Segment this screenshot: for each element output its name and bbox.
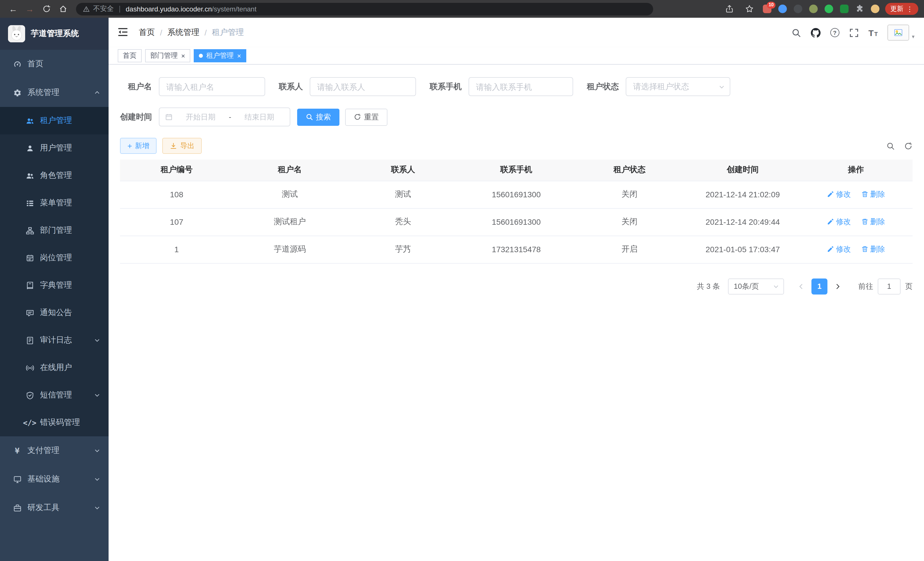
sidebar-item-menu[interactable]: 菜单管理 — [0, 189, 109, 217]
font-size-icon[interactable]: TT — [868, 28, 878, 38]
chevron-down-icon — [94, 337, 100, 344]
sidebar-item-user[interactable]: 用户管理 — [0, 134, 109, 162]
sidebar-item-infrastructure[interactable]: 基础设施 — [0, 465, 109, 493]
delete-link[interactable]: 删除 — [861, 244, 885, 254]
extension-badge: 10 — [767, 2, 776, 8]
question-mark: ? — [830, 28, 839, 37]
cell-status: 开启 — [573, 236, 686, 263]
app-logo[interactable]: 芋道管理系统 — [0, 18, 109, 50]
user-avatar-menu[interactable]: ▼ — [887, 25, 915, 41]
chevron-down-icon — [94, 504, 100, 511]
cell-created: 2021-12-14 20:49:44 — [686, 208, 799, 236]
col-status: 租户状态 — [573, 159, 686, 181]
sidebar-item-role[interactable]: 角色管理 — [0, 162, 109, 189]
sidebar-item-label: 字典管理 — [40, 280, 100, 290]
breadcrumb-home[interactable]: 首页 — [139, 27, 155, 38]
extension-icon-1[interactable]: 10 — [762, 4, 772, 14]
page-unit-label: 页 — [905, 281, 913, 291]
breadcrumb: 首页 / 系统管理 / 租户管理 — [139, 27, 244, 38]
page-size-select[interactable]: 10条/页 — [728, 278, 784, 294]
filter-phone: 联系手机 — [430, 77, 573, 96]
close-icon[interactable]: × — [181, 52, 185, 59]
browser-profile-avatar[interactable] — [870, 4, 880, 14]
date-start-placeholder[interactable]: 开始日期 — [176, 112, 225, 122]
back-icon[interactable]: ← — [6, 2, 21, 16]
cell-actions: 修改 删除 — [800, 208, 913, 236]
search-icon[interactable] — [791, 28, 801, 38]
sidebar-item-dict[interactable]: 字典管理 — [0, 272, 109, 299]
reset-button[interactable]: 重置 — [345, 108, 387, 126]
filter-create-time: 创建时间 开始日期 - 结束日期 — [120, 108, 290, 126]
extension-icon-3[interactable] — [793, 4, 803, 14]
edit-link[interactable]: 修改 — [827, 189, 851, 200]
export-button[interactable]: 导出 — [162, 138, 202, 154]
refresh-table-icon[interactable] — [904, 141, 913, 150]
delete-link[interactable]: 删除 — [861, 217, 885, 227]
contact-input[interactable] — [310, 77, 416, 96]
sidebar-item-label: 菜单管理 — [40, 198, 100, 208]
edit-link[interactable]: 修改 — [827, 244, 851, 254]
page-size-value: 10条/页 — [734, 281, 759, 291]
sidebar-item-notice[interactable]: 通知公告 — [0, 299, 109, 326]
add-button[interactable]: + 新增 — [120, 138, 157, 154]
prev-page-icon[interactable] — [794, 278, 808, 294]
address-bar[interactable]: 不安全 dashboard.yudao.iocoder.cn/system/te… — [76, 3, 653, 15]
browser-nav-buttons: ← → — [6, 2, 70, 16]
active-dot — [199, 54, 203, 58]
chrome-update-button[interactable]: 更新 ⋮ — [885, 3, 918, 15]
fullscreen-icon[interactable] — [849, 28, 859, 38]
sidebar-item-label: 角色管理 — [40, 170, 100, 181]
extension-icon-6[interactable] — [839, 4, 849, 14]
sidebar-item-sms[interactable]: 短信管理 — [0, 381, 109, 409]
error-code-icon: </> — [25, 418, 34, 427]
sidebar-item-label: 短信管理 — [40, 390, 88, 400]
edit-link[interactable]: 修改 — [827, 217, 851, 227]
reset-button-label: 重置 — [364, 112, 379, 122]
github-icon[interactable] — [811, 28, 820, 38]
sidebar-item-online-users[interactable]: 在线用户 — [0, 354, 109, 381]
share-icon[interactable] — [722, 2, 736, 16]
extensions-puzzle-icon[interactable] — [854, 4, 865, 14]
toggle-search-icon[interactable] — [886, 141, 895, 150]
sidebar-item-dept[interactable]: 部门管理 — [0, 217, 109, 244]
sidebar-item-post[interactable]: 岗位管理 — [0, 244, 109, 272]
extension-icon-2[interactable] — [777, 4, 788, 14]
tab-tenant[interactable]: 租户管理 × — [194, 49, 246, 62]
breadcrumb-system[interactable]: 系统管理 — [167, 27, 200, 38]
search-button[interactable]: 搜索 — [297, 108, 339, 126]
sidebar: 芋道管理系统 首页 系统管理 — [0, 18, 109, 561]
next-page-icon[interactable] — [831, 278, 844, 294]
page-content: 租户名 联系人 联系手机 租户状态 请选择租户状态 — [109, 65, 924, 561]
phone-input[interactable] — [469, 77, 573, 96]
hamburger-icon[interactable] — [117, 26, 130, 39]
sidebar-item-system[interactable]: 系统管理 — [0, 78, 109, 107]
goto-page-input[interactable] — [878, 278, 901, 294]
app-frame: 芋道管理系统 首页 系统管理 — [0, 18, 924, 561]
sidebar-item-tenant[interactable]: 租户管理 — [0, 107, 109, 134]
tab-dept[interactable]: 部门管理 × — [145, 49, 190, 62]
extension-icon-5[interactable] — [824, 4, 834, 14]
sidebar-item-payment[interactable]: ¥ 支付管理 — [0, 436, 109, 465]
sidebar-item-error-code[interactable]: </> 错误码管理 — [0, 409, 109, 436]
sidebar-item-audit-log[interactable]: 审计日志 — [0, 326, 109, 354]
extension-glyph — [840, 5, 848, 13]
col-created: 创建时间 — [686, 159, 799, 181]
status-select[interactable]: 请选择租户状态 — [626, 77, 730, 96]
extension-icon-4[interactable] — [808, 4, 818, 14]
home-icon[interactable] — [56, 2, 70, 16]
delete-link[interactable]: 删除 — [861, 189, 885, 200]
date-range-picker[interactable]: 开始日期 - 结束日期 — [159, 108, 290, 126]
help-icon[interactable]: ? — [830, 28, 839, 37]
chevron-up-icon — [94, 89, 100, 96]
date-end-placeholder[interactable]: 结束日期 — [235, 112, 284, 122]
close-icon[interactable]: × — [237, 52, 241, 59]
bookmark-star-icon[interactable] — [742, 2, 757, 16]
sidebar-item-dev-tools[interactable]: 研发工具 — [0, 493, 109, 522]
reload-icon[interactable] — [39, 2, 54, 16]
tenant-name-input[interactable] — [159, 77, 265, 96]
page-number-current[interactable]: 1 — [812, 278, 827, 294]
tab-home[interactable]: 首页 — [118, 49, 142, 62]
org-tree-icon — [25, 226, 34, 235]
forward-icon[interactable]: → — [22, 2, 37, 16]
sidebar-item-home[interactable]: 首页 — [0, 50, 109, 78]
